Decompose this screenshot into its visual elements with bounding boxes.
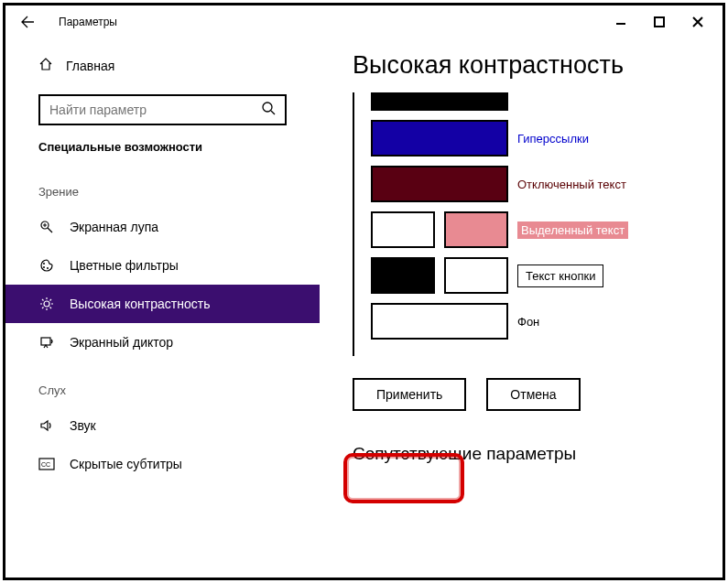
svg-line-5 (48, 228, 52, 232)
page-title: Высокая контрастность (353, 51, 690, 80)
button-row: Применить Отмена (353, 378, 690, 411)
sidebar-item-label: Цветные фильтры (70, 258, 179, 273)
sidebar: Главная Специальные возможности Зрение Э… (5, 38, 320, 578)
related-title: Сопутствующие параметры (353, 444, 690, 464)
window-frame: Параметры Главная Специальные возможност… (3, 3, 725, 580)
color-palette-icon (38, 257, 55, 274)
titlebar: Параметры (5, 5, 723, 38)
swatch-row (371, 92, 690, 111)
sidebar-item-high-contrast[interactable]: Высокая контрастность (5, 285, 320, 323)
search-box[interactable] (38, 94, 287, 125)
sidebar-item-label: Высокая контрастность (70, 297, 210, 311)
group-label-vision: Зрение (5, 185, 320, 199)
sidebar-item-magnifier[interactable]: Экранная лупа (5, 208, 320, 246)
svg-point-11 (44, 301, 49, 307)
swatch-row-background: Фон (371, 303, 690, 340)
swatch-label: Выделенный текст (517, 221, 628, 239)
color-swatch[interactable] (371, 120, 508, 157)
svg-point-9 (43, 266, 45, 268)
swatch-row-disabled: Отключенный текст (371, 166, 690, 202)
color-swatch[interactable] (371, 92, 508, 111)
home-icon (38, 57, 53, 74)
speaker-icon (38, 417, 55, 434)
swatch-label: Гиперссылки (517, 132, 589, 146)
swatch-row-hyperlinks: Гиперссылки (371, 120, 690, 157)
svg-line-3 (271, 111, 275, 114)
window-title: Параметры (59, 16, 117, 28)
apply-button[interactable]: Применить (353, 378, 466, 411)
section-title: Специальные возможности (5, 140, 320, 154)
color-swatch[interactable] (444, 211, 508, 248)
swatch-label: Отключенный текст (517, 178, 626, 191)
swatch-row-selected: Выделенный текст (371, 211, 690, 248)
sidebar-item-label: Экранная лупа (70, 220, 158, 234)
main-panel: Высокая контрастность Гиперссылки Отключ… (320, 38, 723, 578)
home-link[interactable]: Главная (5, 49, 320, 81)
search-input[interactable] (49, 103, 261, 117)
color-swatch[interactable] (371, 166, 508, 202)
cancel-button[interactable]: Отмена (486, 378, 580, 411)
close-button[interactable] (691, 16, 704, 28)
svg-line-17 (50, 308, 52, 309)
group-label-hearing: Слух (5, 383, 320, 397)
brightness-icon (38, 296, 55, 312)
swatch-row-button: Текст кнопки (371, 257, 690, 294)
svg-line-18 (42, 308, 44, 309)
minimize-button[interactable] (614, 16, 627, 28)
svg-line-16 (42, 299, 44, 301)
color-swatch[interactable] (371, 257, 435, 294)
home-label: Главная (66, 59, 114, 73)
window-controls (614, 16, 715, 28)
arrow-left-icon (20, 15, 35, 29)
svg-point-2 (263, 103, 272, 112)
sidebar-item-narrator[interactable]: Экранный диктор (5, 323, 320, 362)
sidebar-item-sound[interactable]: Звук (5, 406, 320, 445)
cc-icon: CC (38, 456, 55, 472)
sidebar-item-label: Скрытые субтитры (70, 457, 182, 471)
svg-rect-1 (655, 17, 664, 27)
swatch-label: Фон (517, 315, 539, 329)
back-button[interactable] (13, 7, 42, 37)
sidebar-item-label: Звук (70, 418, 96, 433)
color-swatch[interactable] (371, 303, 508, 340)
svg-point-8 (43, 263, 45, 265)
color-swatch[interactable] (444, 257, 508, 294)
content-area: Главная Специальные возможности Зрение Э… (5, 38, 723, 578)
svg-line-19 (50, 299, 52, 301)
maximize-button[interactable] (653, 16, 666, 28)
color-swatch[interactable] (371, 211, 435, 248)
swatch-list: Гиперссылки Отключенный текст Выделенный… (353, 92, 690, 356)
swatch-label: Текст кнопки (517, 265, 603, 287)
search-icon (261, 101, 276, 119)
sidebar-item-label: Экранный диктор (70, 335, 173, 350)
svg-text:CC: CC (41, 461, 50, 468)
sidebar-item-color-filters[interactable]: Цветные фильтры (5, 246, 320, 285)
magnifier-icon (38, 219, 55, 235)
svg-point-10 (47, 267, 49, 269)
sidebar-item-captions[interactable]: CC Скрытые субтитры (5, 445, 320, 483)
svg-rect-20 (41, 338, 50, 345)
narrator-icon (38, 334, 55, 351)
